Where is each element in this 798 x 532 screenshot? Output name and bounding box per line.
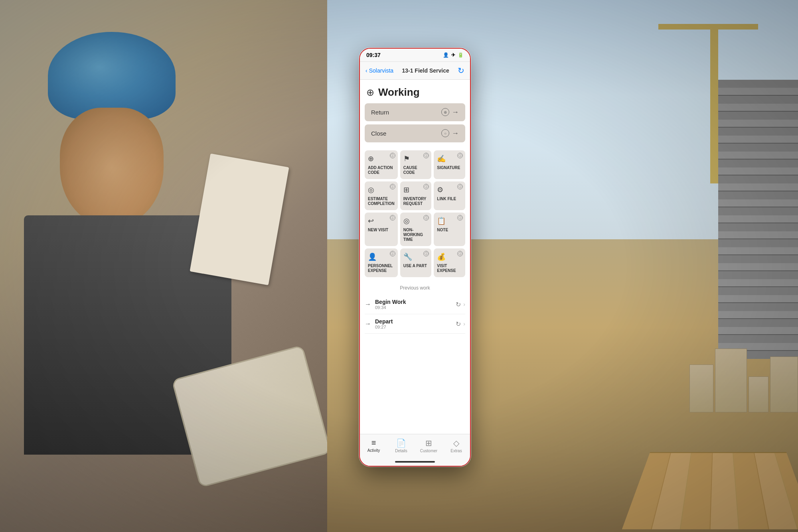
tile-icon-cause-code: ⚑ bbox=[403, 154, 410, 163]
begin-work-time: 09:34 bbox=[375, 305, 452, 310]
return-arrow-icon: → bbox=[452, 108, 459, 116]
tab-details[interactable]: 📄 Details bbox=[387, 437, 415, 455]
begin-work-sync-icon: ↻ bbox=[456, 301, 461, 308]
tab-bar: ≡ Activity 📄 Details ⊞ Customer ◇ Extras bbox=[360, 434, 470, 458]
tile-inventory-request[interactable]: ⓘ ⊞ INVENTORY REQUEST bbox=[400, 181, 432, 210]
tile-info-icon-estimate-completion[interactable]: ⓘ bbox=[390, 184, 395, 189]
tile-icon-use-a-part: 🔧 bbox=[403, 252, 412, 261]
airplane-icon: ✈ bbox=[451, 52, 455, 58]
buildings-background bbox=[689, 349, 798, 412]
tile-info-icon-non-working-time[interactable]: ⓘ bbox=[423, 215, 429, 221]
tab-details-icon: 📄 bbox=[396, 438, 406, 448]
return-circle-icon: ⊕ bbox=[441, 108, 449, 116]
back-label: Solarvista bbox=[369, 67, 393, 74]
status-time: 09:37 bbox=[366, 52, 381, 58]
depart-time: 09:27 bbox=[375, 325, 452, 329]
building-3 bbox=[749, 376, 768, 412]
tile-label-cause-code: CAUSE CODE bbox=[403, 166, 429, 175]
tile-icon-add-action-code: ⊕ bbox=[368, 154, 374, 163]
depart-content: Depart 09:27 bbox=[375, 318, 452, 329]
work-item-begin-work[interactable]: → Begin Work 09:34 ↻ › bbox=[365, 295, 465, 314]
tile-new-visit[interactable]: ⓘ ↩ NEW VISIT bbox=[365, 213, 398, 246]
return-button[interactable]: Return ⊕ → bbox=[365, 103, 465, 121]
depart-icons: ↻ › bbox=[456, 320, 465, 328]
action-tiles-grid: ⓘ ⊕ ADD ACTION CODE ⓘ ⚑ CAUSE CODE ⓘ ✍ S… bbox=[360, 149, 470, 282]
target-icon: ⊕ bbox=[366, 87, 374, 98]
tab-activity-icon: ≡ bbox=[371, 438, 376, 447]
tile-label-signature: SIGNATURE bbox=[437, 166, 460, 170]
tab-extras-label: Extras bbox=[450, 449, 462, 453]
worker-area bbox=[0, 0, 327, 532]
building-1 bbox=[689, 365, 713, 412]
tile-label-estimate-completion: ESTIMATE COMPLETION bbox=[368, 197, 395, 206]
status-icons: 👤 ✈ 🔋 bbox=[443, 52, 464, 58]
tab-activity[interactable]: ≡ Activity bbox=[360, 437, 387, 455]
battery-icon: 🔋 bbox=[458, 52, 464, 58]
tile-label-link-file: LINK FILE bbox=[437, 197, 456, 201]
tab-customer-icon: ⊞ bbox=[425, 438, 432, 448]
tile-cause-code[interactable]: ⓘ ⚑ CAUSE CODE bbox=[400, 150, 432, 179]
tile-label-note: NOTE bbox=[437, 228, 448, 233]
tile-icon-visit-expense: 💰 bbox=[437, 252, 446, 261]
tile-label-add-action-code: ADD ACTION CODE bbox=[368, 166, 395, 175]
back-button[interactable]: ‹ Solarvista bbox=[365, 67, 393, 74]
tile-info-icon-visit-expense[interactable]: ⓘ bbox=[457, 251, 463, 256]
tile-signature[interactable]: ⓘ ✍ SIGNATURE bbox=[434, 150, 465, 179]
refresh-button[interactable]: ↻ bbox=[458, 66, 464, 75]
work-item-depart[interactable]: → Depart 09:27 ↻ › bbox=[365, 314, 465, 334]
depart-arrow-icon: → bbox=[365, 320, 371, 327]
tile-info-icon-link-file[interactable]: ⓘ bbox=[457, 184, 463, 189]
nav-title: 13-1 Field Service bbox=[402, 67, 449, 74]
tile-use-a-part[interactable]: ⓘ 🔧 USE A PART bbox=[400, 248, 432, 277]
crane-vertical bbox=[710, 24, 718, 183]
tile-icon-signature: ✍ bbox=[437, 154, 446, 163]
tile-non-working-time[interactable]: ⓘ ◎ NON-WORKING TIME bbox=[400, 213, 432, 246]
close-arrow-icon: → bbox=[452, 129, 459, 138]
tile-link-file[interactable]: ⓘ ⚙ LINK FILE bbox=[434, 181, 465, 210]
worker-face bbox=[60, 108, 164, 227]
tile-label-personnel-expense: PERSONNEL EXPENSE bbox=[368, 264, 395, 273]
tab-details-label: Details bbox=[395, 449, 407, 453]
tab-customer-label: Customer bbox=[420, 449, 437, 453]
tile-visit-expense[interactable]: ⓘ 💰 VISIT EXPENSE bbox=[434, 248, 465, 277]
status-bar: 09:37 👤 ✈ 🔋 bbox=[360, 49, 470, 62]
worker-papers bbox=[190, 154, 289, 285]
action-buttons-container: Return ⊕ → Close ○ → bbox=[360, 103, 470, 149]
tab-extras[interactable]: ◇ Extras bbox=[442, 437, 470, 455]
tile-label-new-visit: NEW VISIT bbox=[368, 228, 388, 233]
tile-estimate-completion[interactable]: ⓘ ◎ ESTIMATE COMPLETION bbox=[365, 181, 398, 210]
building-2 bbox=[715, 349, 747, 412]
tile-add-action-code[interactable]: ⓘ ⊕ ADD ACTION CODE bbox=[365, 150, 398, 179]
tile-info-icon-use-a-part[interactable]: ⓘ bbox=[423, 251, 429, 256]
tile-icon-personnel-expense: 👤 bbox=[368, 252, 377, 261]
tile-info-icon-new-visit[interactable]: ⓘ bbox=[390, 215, 395, 221]
tab-activity-label: Activity bbox=[367, 448, 380, 453]
home-indicator bbox=[360, 458, 470, 466]
tile-icon-non-working-time: ◎ bbox=[403, 217, 410, 225]
tab-extras-icon: ◇ bbox=[453, 438, 459, 448]
tile-personnel-expense[interactable]: ⓘ 👤 PERSONNEL EXPENSE bbox=[365, 248, 398, 277]
tile-note[interactable]: ⓘ 📋 NOTE bbox=[434, 213, 465, 246]
tile-info-icon-inventory-request[interactable]: ⓘ bbox=[423, 184, 429, 189]
begin-work-title: Begin Work bbox=[375, 299, 452, 305]
tile-icon-inventory-request: ⊞ bbox=[403, 185, 409, 194]
tab-customer[interactable]: ⊞ Customer bbox=[415, 437, 442, 455]
crane-arm bbox=[658, 24, 758, 30]
tile-info-icon-note[interactable]: ⓘ bbox=[457, 215, 463, 221]
metal-sheets bbox=[718, 80, 798, 359]
tile-info-icon-personnel-expense[interactable]: ⓘ bbox=[390, 251, 395, 256]
tile-icon-new-visit: ↩ bbox=[368, 217, 374, 225]
begin-work-chevron-icon: › bbox=[463, 301, 465, 307]
close-circle-icon: ○ bbox=[441, 129, 449, 137]
close-label: Close bbox=[371, 130, 386, 137]
phone-container: 09:37 👤 ✈ 🔋 ‹ Solarvista 13-1 Field Serv… bbox=[359, 48, 471, 467]
tile-info-icon-signature[interactable]: ⓘ bbox=[457, 153, 463, 158]
close-button[interactable]: Close ○ → bbox=[365, 124, 465, 142]
tile-icon-note: 📋 bbox=[437, 217, 446, 225]
tile-label-non-working-time: NON-WORKING TIME bbox=[403, 228, 429, 242]
tile-icon-link-file: ⚙ bbox=[437, 185, 443, 194]
navigation-bar: ‹ Solarvista 13-1 Field Service ↻ bbox=[360, 62, 470, 80]
previous-work-section: Previous work → Begin Work 09:34 ↻ › → D… bbox=[360, 282, 470, 337]
tile-info-icon-add-action-code[interactable]: ⓘ bbox=[390, 153, 395, 158]
tile-info-icon-cause-code[interactable]: ⓘ bbox=[423, 153, 429, 158]
